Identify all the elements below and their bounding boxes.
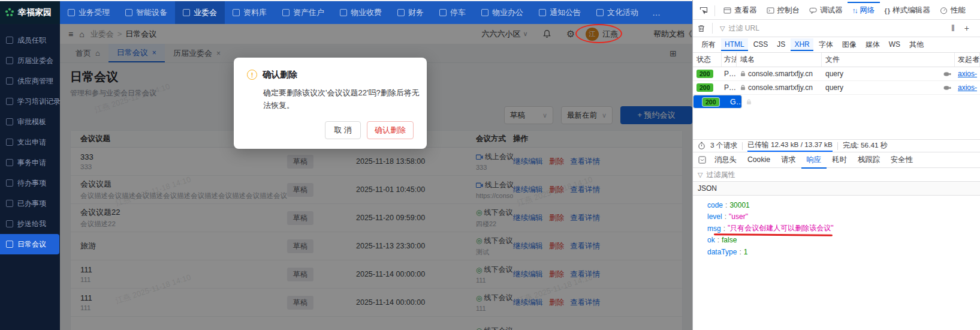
filter-properties-bar: ▽ 过滤属性 [693, 167, 980, 181]
sidebar-item[interactable]: 抄送给我 [0, 214, 60, 234]
topnav-label: 停车 [450, 7, 466, 18]
new-request-plus-icon[interactable]: + [964, 23, 969, 33]
module-icon [439, 9, 447, 16]
type-filter-all[interactable]: 所有 [698, 38, 719, 52]
topnav-label: 资产住户 [293, 7, 324, 18]
type-filter-css[interactable]: CSS [750, 38, 772, 51]
topnav-item[interactable]: 通知公告 [531, 1, 589, 24]
devtools-tab-network[interactable]: ↑↓网络 [848, 2, 880, 20]
sidebar-item[interactable]: 支出申请 [0, 132, 60, 152]
request-method: P… [722, 67, 737, 80]
panel-toggle-icon[interactable] [695, 156, 709, 164]
json-property[interactable]: level:"user" [693, 211, 980, 223]
cancel-button[interactable]: 取 消 [325, 121, 361, 139]
network-request-row[interactable]: 200 P… console.smartxfjy.cn query axios- [693, 67, 980, 81]
detail-tab-cookie[interactable]: Cookie [742, 152, 776, 167]
filter-properties-input[interactable]: 过滤属性 [706, 170, 735, 180]
confirm-delete-button[interactable]: 确认删除 [367, 121, 414, 139]
detail-tab-headers[interactable]: 消息头 [709, 152, 742, 169]
topnav-item[interactable]: 物业收费 [332, 1, 390, 24]
status-200-badge: 200 [702, 98, 719, 106]
json-property[interactable]: code:30001 [693, 199, 980, 211]
initiator-link[interactable]: axios- [958, 83, 977, 92]
network-filter-bar: ▽ 过滤 URL ‖ + [693, 20, 980, 37]
request-file: query [825, 70, 843, 78]
sidebar-item[interactable]: 供应商管理 [0, 71, 60, 91]
menu-icon [6, 200, 13, 207]
topnav-item[interactable]: 物业办公 [474, 1, 531, 24]
json-section-header[interactable]: JSON [693, 181, 980, 196]
network-request-row[interactable]: 200 P… console.smartxfjy.cn query axios- [693, 81, 980, 95]
type-filter-media[interactable]: 媒体 [862, 38, 883, 52]
detail-tab-request[interactable]: 请求 [776, 152, 801, 169]
type-filter-other[interactable]: 其他 [906, 38, 927, 52]
topnav-item[interactable]: 财务 [390, 1, 432, 24]
debugger-icon [809, 7, 817, 14]
menu-icon [6, 179, 13, 187]
pause-icon[interactable]: ‖ [951, 23, 956, 33]
topnav-item[interactable]: 资产住户 [275, 1, 332, 24]
type-filter-images[interactable]: 图像 [839, 38, 860, 52]
brand-name: 幸福家园 [18, 7, 52, 18]
request-method: P… [722, 81, 737, 94]
network-request-row-selected[interactable]: 200 G… console.smartxfjy.cn delete?meeti… [693, 95, 742, 109]
sidebar-item[interactable]: 已办事项 [0, 193, 60, 214]
pick-element-icon[interactable] [696, 6, 711, 16]
topnav-item-active[interactable]: 业委会 [175, 1, 225, 24]
clear-requests-trash-icon[interactable] [698, 25, 705, 32]
devtools-tab-style-editor[interactable]: { }样式编辑器 [880, 2, 935, 20]
topnav-more-button[interactable]: … [646, 1, 667, 24]
filter-funnel-icon: ▽ [698, 171, 702, 179]
col-domain[interactable]: 域名 [737, 53, 822, 67]
request-domain: console.smartxfjy.cn [748, 83, 813, 92]
topnav-label: 物业收费 [351, 7, 382, 18]
topnav-item[interactable]: 智能设备 [117, 1, 175, 24]
topnav-label: 业委会 [194, 7, 217, 18]
topnav-item[interactable]: 停车 [432, 1, 474, 24]
type-filter-html[interactable]: HTML [721, 38, 748, 51]
sidebar-item[interactable]: 学习培训记录 [0, 91, 60, 112]
detail-tab-security[interactable]: 安全性 [885, 152, 918, 169]
detail-tab-response[interactable]: 响应 [801, 152, 827, 169]
console-icon [767, 7, 774, 14]
type-filter-fonts[interactable]: 字体 [815, 38, 837, 52]
network-summary-bar: 3 个请求 已传输 12.43 kB / 13.37 kB 完成: 56.41 … [693, 139, 980, 152]
detail-tab-stacktrace[interactable]: 栈跟踪 [852, 152, 885, 169]
sidebar-item-daily-meeting[interactable]: 日常会议 [0, 234, 59, 254]
devtools-tab-inspector[interactable]: 查看器 [719, 2, 762, 20]
dialog-body-text: 确定要删除该议次'会议议题22'吗?删除后将无法恢复。 [263, 86, 420, 112]
type-filter-xhr[interactable]: XHR [791, 38, 813, 51]
devtools-tab-console[interactable]: 控制台 [762, 2, 805, 20]
sidebar-item[interactable]: 待办事项 [0, 173, 60, 193]
type-filter-ws[interactable]: WS [885, 38, 904, 51]
filter-url-input[interactable]: 过滤 URL [728, 23, 759, 34]
devtools-tab-performance[interactable]: 性能 [935, 2, 970, 20]
brand-logo-icon [4, 7, 15, 18]
col-method[interactable]: 方法 [722, 53, 737, 67]
menu-icon [6, 241, 13, 248]
menu-icon [6, 77, 13, 85]
type-filter-js[interactable]: JS [773, 38, 789, 51]
initiator-link[interactable]: axios- [958, 70, 977, 78]
sidebar-label: 学习培训记录 [17, 97, 61, 107]
braces-icon: { } [885, 7, 890, 14]
devtools-panel: 查看器 控制台 调试器 ↑↓网络 { }样式编辑器 性能 ▽ 过滤 URL ‖ … [692, 0, 980, 330]
sidebar-item[interactable]: 成员任职 [0, 30, 60, 50]
gauge-icon [940, 7, 948, 14]
sidebar-item[interactable]: 审批模板 [0, 112, 60, 132]
json-property[interactable]: ok:false [693, 235, 980, 247]
json-property[interactable]: dataType:1 [693, 246, 980, 258]
col-file[interactable]: 文件 [822, 53, 955, 67]
devtools-tab-debugger[interactable]: 调试器 [804, 2, 848, 20]
detail-tab-timings[interactable]: 耗时 [827, 152, 852, 169]
topnav-item[interactable]: 资料库 [225, 1, 275, 24]
sidebar-item[interactable]: 事务申请 [0, 152, 60, 173]
sidebar-item[interactable]: 历届业委会 [0, 50, 60, 71]
topnav-item[interactable]: 业务受理 [60, 1, 117, 24]
module-icon [125, 9, 132, 16]
col-initiator[interactable]: 发起者 [955, 53, 980, 67]
json-property-msg[interactable]: msg:"只有会议创建人可以删除该会议" [693, 223, 980, 235]
topnav-item[interactable]: 文化活动 [589, 1, 646, 24]
devtools-toolbar: 查看器 控制台 调试器 ↑↓网络 { }样式编辑器 性能 [693, 0, 980, 20]
col-status[interactable]: 状态 [693, 53, 722, 67]
